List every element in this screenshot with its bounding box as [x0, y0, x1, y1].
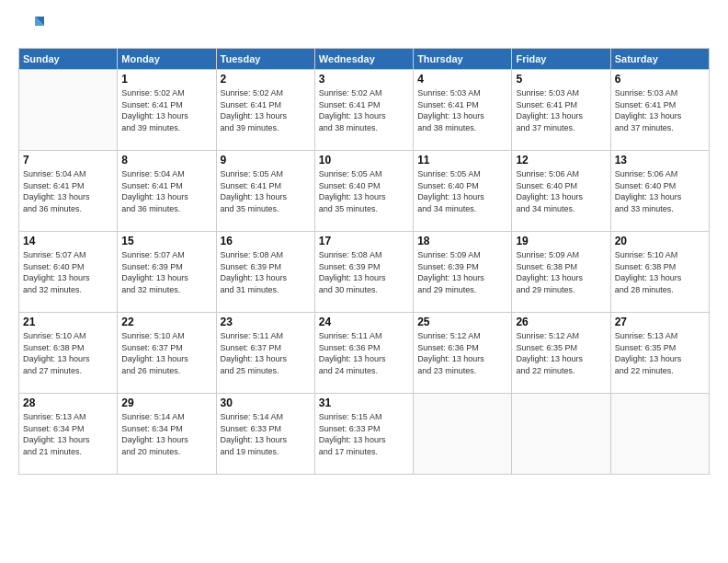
day-info: Sunrise: 5:08 AMSunset: 6:39 PMDaylight:…	[221, 249, 311, 295]
calendar-cell: 25Sunrise: 5:12 AMSunset: 6:36 PMDayligh…	[414, 313, 512, 394]
calendar-cell: 18Sunrise: 5:09 AMSunset: 6:39 PMDayligh…	[414, 232, 512, 313]
day-info: Sunrise: 5:11 AMSunset: 6:37 PMDaylight:…	[221, 330, 311, 376]
day-info: Sunrise: 5:09 AMSunset: 6:38 PMDaylight:…	[516, 249, 606, 295]
day-info: Sunrise: 5:13 AMSunset: 6:35 PMDaylight:…	[615, 330, 705, 376]
calendar-cell	[610, 394, 709, 475]
day-number: 26	[516, 316, 606, 328]
calendar-cell: 20Sunrise: 5:10 AMSunset: 6:38 PMDayligh…	[610, 232, 709, 313]
day-info: Sunrise: 5:05 AMSunset: 6:40 PMDaylight:…	[319, 168, 409, 214]
day-info: Sunrise: 5:03 AMSunset: 6:41 PMDaylight:…	[615, 87, 705, 133]
day-info: Sunrise: 5:14 AMSunset: 6:34 PMDaylight:…	[121, 411, 211, 457]
day-number: 16	[221, 235, 311, 247]
calendar-cell: 23Sunrise: 5:11 AMSunset: 6:37 PMDayligh…	[216, 313, 314, 394]
day-info: Sunrise: 5:03 AMSunset: 6:41 PMDaylight:…	[417, 87, 507, 133]
day-info: Sunrise: 5:07 AMSunset: 6:40 PMDaylight:…	[23, 249, 113, 295]
calendar: SundayMondayTuesdayWednesdayThursdayFrid…	[18, 48, 710, 475]
calendar-cell: 13Sunrise: 5:06 AMSunset: 6:40 PMDayligh…	[610, 151, 709, 232]
weekday-header-friday: Friday	[512, 49, 610, 70]
day-info: Sunrise: 5:10 AMSunset: 6:38 PMDaylight:…	[23, 330, 113, 376]
calendar-cell: 2Sunrise: 5:02 AMSunset: 6:41 PMDaylight…	[216, 70, 314, 151]
weekday-header-saturday: Saturday	[610, 49, 709, 70]
day-info: Sunrise: 5:02 AMSunset: 6:41 PMDaylight:…	[221, 87, 311, 133]
day-number: 29	[121, 396, 211, 409]
calendar-cell: 27Sunrise: 5:13 AMSunset: 6:35 PMDayligh…	[610, 313, 709, 394]
day-info: Sunrise: 5:04 AMSunset: 6:41 PMDaylight:…	[23, 168, 113, 214]
calendar-cell: 22Sunrise: 5:10 AMSunset: 6:37 PMDayligh…	[118, 313, 216, 394]
calendar-cell: 9Sunrise: 5:05 AMSunset: 6:41 PMDaylight…	[216, 151, 314, 232]
day-info: Sunrise: 5:12 AMSunset: 6:35 PMDaylight:…	[516, 330, 606, 376]
day-number: 21	[23, 316, 113, 328]
day-info: Sunrise: 5:04 AMSunset: 6:41 PMDaylight:…	[121, 168, 211, 214]
day-number: 20	[615, 235, 705, 247]
day-number: 25	[417, 316, 507, 328]
logo-icon	[18, 13, 44, 39]
day-info: Sunrise: 5:06 AMSunset: 6:40 PMDaylight:…	[615, 168, 705, 214]
day-number: 13	[615, 154, 705, 167]
weekday-header-wednesday: Wednesday	[314, 49, 413, 70]
day-number: 11	[417, 154, 507, 167]
calendar-cell: 10Sunrise: 5:05 AMSunset: 6:40 PMDayligh…	[314, 151, 413, 232]
day-info: Sunrise: 5:14 AMSunset: 6:33 PMDaylight:…	[221, 411, 311, 457]
day-number: 12	[516, 154, 606, 167]
day-info: Sunrise: 5:15 AMSunset: 6:33 PMDaylight:…	[319, 411, 409, 457]
calendar-cell: 30Sunrise: 5:14 AMSunset: 6:33 PMDayligh…	[216, 394, 314, 475]
day-number: 27	[615, 316, 705, 328]
day-number: 14	[23, 235, 113, 247]
day-number: 28	[23, 396, 113, 409]
calendar-cell: 28Sunrise: 5:13 AMSunset: 6:34 PMDayligh…	[19, 394, 118, 475]
calendar-cell	[512, 394, 610, 475]
calendar-cell: 4Sunrise: 5:03 AMSunset: 6:41 PMDaylight…	[414, 70, 512, 151]
weekday-header-tuesday: Tuesday	[216, 49, 314, 70]
calendar-cell: 11Sunrise: 5:05 AMSunset: 6:40 PMDayligh…	[414, 151, 512, 232]
day-number: 7	[23, 154, 113, 167]
day-number: 10	[319, 154, 409, 167]
day-number: 23	[221, 316, 311, 328]
day-number: 22	[121, 316, 211, 328]
day-info: Sunrise: 5:07 AMSunset: 6:39 PMDaylight:…	[121, 249, 211, 295]
day-number: 24	[319, 316, 409, 328]
day-number: 1	[121, 73, 211, 86]
page: SundayMondayTuesdayWednesdayThursdayFrid…	[0, 0, 728, 563]
calendar-cell: 3Sunrise: 5:02 AMSunset: 6:41 PMDaylight…	[314, 70, 413, 151]
calendar-cell: 12Sunrise: 5:06 AMSunset: 6:40 PMDayligh…	[512, 151, 610, 232]
day-number: 3	[319, 73, 409, 86]
calendar-cell: 7Sunrise: 5:04 AMSunset: 6:41 PMDaylight…	[19, 151, 118, 232]
calendar-cell: 24Sunrise: 5:11 AMSunset: 6:36 PMDayligh…	[314, 313, 413, 394]
header	[18, 15, 710, 40]
day-info: Sunrise: 5:10 AMSunset: 6:38 PMDaylight:…	[615, 249, 705, 295]
day-number: 9	[221, 154, 311, 167]
calendar-cell: 19Sunrise: 5:09 AMSunset: 6:38 PMDayligh…	[512, 232, 610, 313]
day-number: 18	[417, 235, 507, 247]
calendar-cell: 26Sunrise: 5:12 AMSunset: 6:35 PMDayligh…	[512, 313, 610, 394]
day-info: Sunrise: 5:03 AMSunset: 6:41 PMDaylight:…	[516, 87, 606, 133]
day-info: Sunrise: 5:05 AMSunset: 6:40 PMDaylight:…	[417, 168, 507, 214]
weekday-header-monday: Monday	[118, 49, 216, 70]
calendar-cell: 21Sunrise: 5:10 AMSunset: 6:38 PMDayligh…	[19, 313, 118, 394]
calendar-cell: 31Sunrise: 5:15 AMSunset: 6:33 PMDayligh…	[314, 394, 413, 475]
day-info: Sunrise: 5:02 AMSunset: 6:41 PMDaylight:…	[121, 87, 211, 133]
calendar-cell	[19, 70, 118, 151]
day-info: Sunrise: 5:10 AMSunset: 6:37 PMDaylight:…	[121, 330, 211, 376]
weekday-header-sunday: Sunday	[19, 49, 118, 70]
day-number: 4	[417, 73, 507, 86]
day-info: Sunrise: 5:02 AMSunset: 6:41 PMDaylight:…	[319, 87, 409, 133]
day-info: Sunrise: 5:11 AMSunset: 6:36 PMDaylight:…	[319, 330, 409, 376]
day-info: Sunrise: 5:06 AMSunset: 6:40 PMDaylight:…	[516, 168, 606, 214]
day-number: 31	[319, 396, 409, 409]
calendar-cell: 16Sunrise: 5:08 AMSunset: 6:39 PMDayligh…	[216, 232, 314, 313]
day-number: 19	[516, 235, 606, 247]
calendar-cell: 1Sunrise: 5:02 AMSunset: 6:41 PMDaylight…	[118, 70, 216, 151]
day-info: Sunrise: 5:12 AMSunset: 6:36 PMDaylight:…	[417, 330, 507, 376]
day-number: 15	[121, 235, 211, 247]
day-number: 5	[516, 73, 606, 86]
day-number: 30	[221, 396, 311, 409]
day-info: Sunrise: 5:09 AMSunset: 6:39 PMDaylight:…	[417, 249, 507, 295]
weekday-header-thursday: Thursday	[414, 49, 512, 70]
logo	[18, 15, 46, 40]
calendar-cell	[414, 394, 512, 475]
day-info: Sunrise: 5:05 AMSunset: 6:41 PMDaylight:…	[221, 168, 311, 214]
calendar-cell: 5Sunrise: 5:03 AMSunset: 6:41 PMDaylight…	[512, 70, 610, 151]
day-info: Sunrise: 5:08 AMSunset: 6:39 PMDaylight:…	[319, 249, 409, 295]
day-number: 17	[319, 235, 409, 247]
day-number: 2	[221, 73, 311, 86]
